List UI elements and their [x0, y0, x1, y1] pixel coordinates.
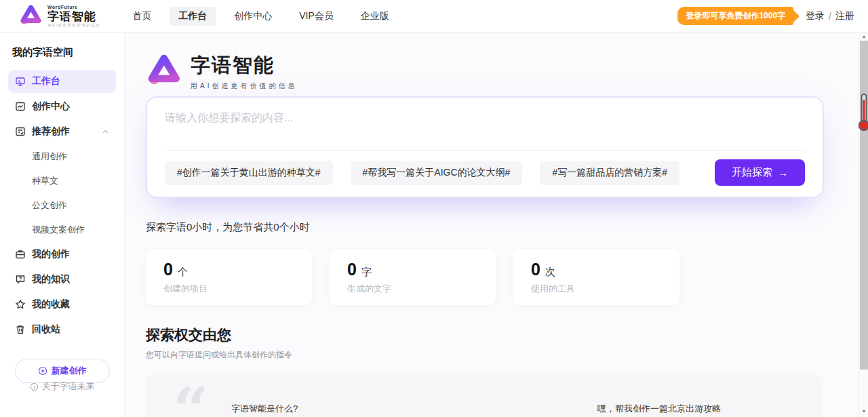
- sidebar-item-my-favorites[interactable]: 我的收藏: [8, 293, 116, 316]
- chevron-up-icon: [102, 128, 109, 136]
- briefcase-icon: [15, 249, 26, 260]
- triangle-logo-icon: [19, 3, 42, 29]
- star-icon: [15, 299, 26, 310]
- explore-section-subtitle: 您可以向字语提问或给出具体创作的指令: [146, 349, 824, 361]
- brand-tagline: 用AI创造更有价值的信息: [47, 24, 100, 28]
- nav-item-home[interactable]: 首页: [123, 7, 160, 26]
- nav-item-enterprise[interactable]: 企业版: [352, 7, 398, 26]
- search-card: #创作一篇关于黄山出游的种草文# #帮我写一篇关于AIGC的论文大纲# #写一篇…: [146, 96, 824, 198]
- sidebar-item-label: 工作台: [32, 75, 60, 87]
- promo-badge[interactable]: 登录即可享免费创作1000字: [677, 7, 793, 25]
- main-area: 字语智能 用AI创造更有价值的信息 #创作一篇关于黄山出游的种草文# #帮我写一…: [125, 33, 868, 417]
- start-explore-button[interactable]: 开始探索 →: [715, 159, 805, 186]
- hero-brand-name: 字语智能: [191, 52, 297, 79]
- sidebar-item-label: 回收站: [32, 323, 60, 336]
- sidebar-item-recommend[interactable]: 推荐创作: [8, 120, 116, 143]
- nav-right: 登录即可享免费创作1000字 登录 / 注册: [677, 7, 854, 25]
- about-label: 关于字语未来: [42, 380, 95, 393]
- example-prompt[interactable]: 字语智能是什么?: [231, 382, 597, 417]
- info-circle-icon: [30, 382, 39, 391]
- arrow-right-icon: →: [778, 167, 788, 178]
- suggestion-chips-row: #创作一篇关于黄山出游的种草文# #帮我写一篇关于AIGC的论文大纲# #写一篇…: [165, 159, 805, 186]
- sidebar-subitem-official[interactable]: 公文创作: [8, 194, 116, 217]
- hero-brand: 字语智能 用AI创造更有价值的信息: [146, 50, 824, 92]
- sidebar-item-label: 我的知识: [32, 273, 70, 285]
- stat-unit: 次: [545, 266, 555, 279]
- search-input[interactable]: [165, 111, 805, 150]
- triangle-logo-icon: [146, 52, 181, 90]
- nav-menu: 首页 工作台 创作中心 VIP会员 企业版: [123, 7, 398, 26]
- example-prompt[interactable]: 嘿，帮我创作一篇北京出游攻略: [597, 382, 794, 417]
- stat-label: 生成的文字: [347, 283, 478, 295]
- sidebar-item-label: 我的创作: [32, 248, 70, 260]
- knowledge-icon: [15, 274, 26, 285]
- stat-card-tools: 0 次 使用的工具: [513, 249, 679, 305]
- brand-top-label: WordFuture: [47, 5, 100, 9]
- stat-unit: 个: [178, 266, 188, 279]
- suggestion-chip[interactable]: #帮我写一篇关于AIGC的论文大纲#: [351, 161, 523, 185]
- sidebar-item-my-knowledge[interactable]: 我的知识: [8, 268, 116, 291]
- stat-unit: 字: [361, 266, 372, 279]
- recommend-icon: [15, 126, 26, 137]
- stat-card-words: 0 字 生成的文字: [330, 249, 496, 305]
- stat-value: 0: [531, 260, 540, 279]
- quote-icon: “: [173, 382, 231, 417]
- start-explore-label: 开始探索: [732, 166, 772, 179]
- new-creation-label: 新建创作: [52, 365, 87, 377]
- sidebar-item-my-creations[interactable]: 我的创作: [8, 243, 116, 266]
- suggestion-chip[interactable]: #创作一篇关于黄山出游的种草文#: [165, 161, 333, 185]
- explore-section-title: 探索权交由您: [146, 325, 824, 344]
- plus-circle-icon: [38, 366, 47, 376]
- stat-value: 0: [163, 260, 173, 279]
- brand-logo[interactable]: WordFuture 字语智能 用AI创造更有价值的信息: [19, 3, 100, 29]
- sidebar-subitem-general[interactable]: 通用创作: [8, 145, 116, 168]
- top-navbar: WordFuture 字语智能 用AI创造更有价值的信息 首页 工作台 创作中心…: [0, 0, 868, 33]
- stat-label: 使用的工具: [531, 283, 662, 295]
- login-register: 登录 / 注册: [806, 10, 854, 22]
- suggestion-chip[interactable]: #写一篇甜品店的营销方案#: [540, 161, 679, 185]
- nav-item-creation-center[interactable]: 创作中心: [225, 7, 281, 26]
- scroll-down-arrow[interactable]: ▼: [859, 408, 868, 416]
- brand-name: 字语智能: [47, 11, 100, 22]
- new-creation-button[interactable]: 新建创作: [15, 359, 110, 383]
- sidebar-section-title: 我的字语空间: [8, 43, 116, 70]
- stat-value: 0: [347, 260, 357, 279]
- sidebar-subitem-video[interactable]: 视频文案创作: [8, 218, 116, 241]
- about-link[interactable]: 关于字语未来: [0, 380, 124, 393]
- login-divider: /: [829, 11, 831, 22]
- nav-item-vip[interactable]: VIP会员: [290, 7, 342, 26]
- stat-cards: 0 个 创建的项目 0 字 生成的文字 0 次: [146, 249, 824, 305]
- sidebar-subitem-seeding[interactable]: 种草文: [8, 170, 116, 193]
- search-card-divider: [165, 150, 805, 151]
- hero-brand-tagline: 用AI创造更有价值的信息: [191, 81, 297, 91]
- nav-item-workbench[interactable]: 工作台: [170, 7, 216, 26]
- workbench-icon: [15, 76, 26, 87]
- sidebar-item-creation-center[interactable]: 创作中心: [8, 95, 116, 118]
- sidebar-item-workbench[interactable]: 工作台: [8, 70, 116, 93]
- sidebar-item-label: 推荐创作: [32, 125, 70, 138]
- login-link[interactable]: 登录: [806, 10, 825, 22]
- vertical-scrollbar[interactable]: ▲ ▼: [859, 33, 868, 417]
- stat-label: 创建的项目: [163, 283, 294, 295]
- creation-center-icon: [15, 101, 26, 112]
- scrollbar-thumb[interactable]: [860, 41, 868, 370]
- trash-icon: [15, 324, 26, 335]
- sidebar-item-label: 创作中心: [32, 100, 70, 113]
- thermometer-icon: [859, 93, 868, 132]
- register-link[interactable]: 注册: [835, 10, 854, 22]
- sidebar-item-label: 我的收藏: [32, 298, 70, 311]
- sidebar: 我的字语空间 工作台 创作中心 推荐创作 通用创作 种草文 公文创作 视频文案创: [0, 33, 125, 417]
- stat-card-projects: 0 个 创建的项目: [146, 249, 312, 305]
- explore-section: 探索权交由您 您可以向字语提问或给出具体创作的指令 “ 字语智能是什么? 嘿，帮…: [146, 325, 824, 417]
- example-prompts-card: “ 字语智能是什么? 嘿，帮我创作一篇北京出游攻略: [146, 373, 821, 417]
- scroll-up-arrow[interactable]: ▲: [859, 33, 868, 41]
- stats-summary: 探索字语0小时，为您节省共0个小时: [146, 221, 824, 234]
- sidebar-item-recycle-bin[interactable]: 回收站: [8, 318, 116, 341]
